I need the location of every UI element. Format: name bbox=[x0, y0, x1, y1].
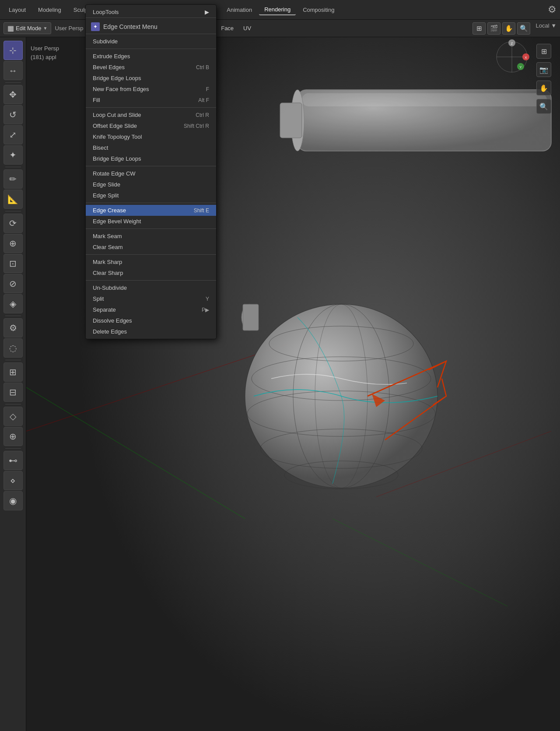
new-face-label: New Face from Edges bbox=[93, 86, 149, 92]
annotate-tool-btn[interactable]: ✏ bbox=[4, 169, 23, 189]
scale-tool-btn[interactable]: ⤢ bbox=[4, 125, 23, 144]
grid-btn[interactable]: ⊞ bbox=[536, 44, 551, 59]
offset-edge-label: Offset Edge Slide bbox=[93, 123, 137, 129]
push-pull-btn[interactable]: ◉ bbox=[4, 491, 23, 510]
mark-sharp-label: Mark Sharp bbox=[93, 259, 122, 265]
left-toolbar: ⊹ ↔ ✥ ↺ ⤢ ✦ ✏ 📐 ⟳ ⊕ ⊡ ⊘ ◈ ⚙ ◌ ⊞ ⊟ ◇ ⊕ ⊷ … bbox=[0, 37, 26, 731]
header-tab-layout[interactable]: Layout bbox=[4, 5, 31, 15]
nav-face[interactable]: Face bbox=[217, 23, 238, 33]
camera-view-btn[interactable]: 📷 bbox=[536, 62, 551, 77]
inset-btn[interactable]: ⊟ bbox=[4, 383, 23, 402]
loop-cut-label: Loop Cut and Slide bbox=[93, 112, 141, 118]
zoom-btn[interactable]: 🔍 bbox=[536, 99, 551, 114]
menu-item-knife-topology[interactable]: Knife Topology Tool bbox=[86, 131, 216, 142]
measure-tool-btn[interactable]: 📐 bbox=[4, 190, 23, 209]
header-tab-rendering[interactable]: Rendering bbox=[259, 4, 296, 15]
grid-view-btn[interactable]: ⊞ bbox=[472, 22, 486, 35]
menu-item-bridge-edge-loops-2[interactable]: Bridge Edge Loops bbox=[86, 153, 216, 164]
menu-item-unsubdivide[interactable]: Un-Subdivide bbox=[86, 282, 216, 293]
search-btn[interactable]: 🔍 bbox=[517, 22, 530, 35]
bevel-btn[interactable]: ◇ bbox=[4, 407, 23, 426]
pan-btn[interactable]: ✋ bbox=[502, 22, 515, 35]
loop-cut-shortcut: Ctrl R bbox=[196, 112, 209, 118]
header-tab-animation[interactable]: Animation bbox=[221, 5, 257, 15]
looptools-menu-item[interactable]: LoopTools ▶ bbox=[86, 7, 216, 18]
menu-item-mark-seam[interactable]: Mark Seam bbox=[86, 231, 216, 242]
viewport: User Persp (181) appl bbox=[0, 0, 560, 731]
viewport-header: ▦ Edit Mode ▼ User Persp (181) appl Add … bbox=[0, 20, 560, 37]
menu-header-icon: ✦ bbox=[91, 22, 100, 31]
menu-item-clear-sharp[interactable]: Clear Sharp bbox=[86, 267, 216, 278]
menu-item-fill[interactable]: Fill Alt F bbox=[86, 95, 216, 105]
viewport-background bbox=[0, 0, 560, 731]
menu-item-edge-crease[interactable]: Edge Crease Shift E bbox=[86, 205, 216, 216]
separate-label: Separate bbox=[93, 306, 116, 313]
menu-item-edge-slide[interactable]: Edge Slide bbox=[86, 179, 216, 190]
new-face-shortcut: F bbox=[206, 86, 209, 92]
dissolve-edges-label: Dissolve Edges bbox=[93, 317, 132, 324]
menu-item-edge-split[interactable]: Edge Split bbox=[86, 190, 216, 201]
menu-item-dissolve-edges[interactable]: Dissolve Edges bbox=[86, 315, 216, 326]
menu-item-loop-cut[interactable]: Loop Cut and Slide Ctrl R bbox=[86, 109, 216, 120]
delete-edges-label: Delete Edges bbox=[93, 328, 127, 335]
nav-gizmo[interactable]: Z X Y bbox=[494, 39, 529, 74]
local-label[interactable]: Local ▼ bbox=[536, 22, 556, 35]
select-tool-btn[interactable]: ↔ bbox=[4, 61, 23, 80]
shrink-btn[interactable]: ⋄ bbox=[4, 471, 23, 490]
rotate-tool-btn[interactable]: ↺ bbox=[4, 105, 23, 124]
hand-tool-btn[interactable]: ✋ bbox=[536, 81, 551, 95]
menu-sep-1 bbox=[86, 49, 216, 49]
looptools-arrow-icon: ▶ bbox=[205, 9, 209, 15]
toolbar-separator-7 bbox=[5, 448, 21, 449]
mode-label: Edit Mode bbox=[16, 25, 42, 32]
offset-edge-btn[interactable]: ⊕ bbox=[4, 234, 23, 253]
spin-btn[interactable]: ⚙ bbox=[4, 318, 23, 337]
menu-item-mark-sharp[interactable]: Mark Sharp bbox=[86, 257, 216, 267]
menu-item-clear-seam[interactable]: Clear Seam bbox=[86, 242, 216, 253]
toolbar-separator-4 bbox=[5, 316, 21, 316]
camera-btn[interactable]: 🎬 bbox=[487, 22, 500, 35]
shear-btn[interactable]: ⊷ bbox=[4, 451, 23, 470]
toolbar-separator-5 bbox=[5, 360, 21, 360]
menu-item-bevel-edges[interactable]: Bevel Edges Ctrl B bbox=[86, 62, 216, 73]
extrude-btn[interactable]: ⊞ bbox=[4, 362, 23, 382]
menu-item-offset-edge[interactable]: Offset Edge Slide Shift Ctrl R bbox=[86, 120, 216, 131]
transform-tool-btn[interactable]: ✦ bbox=[4, 145, 23, 165]
mode-icon: ▦ bbox=[7, 24, 14, 32]
menu-item-bridge-edge-loops-1[interactable]: Bridge Edge Loops bbox=[86, 73, 216, 84]
menu-item-edge-bevel-weight[interactable]: Edge Bevel Weight bbox=[86, 216, 216, 227]
knife-tool-btn[interactable]: ⊡ bbox=[4, 254, 23, 273]
menu-item-bisect[interactable]: Bisect bbox=[86, 142, 216, 153]
subdivide-label: Subdivide bbox=[93, 38, 118, 45]
menu-item-new-face[interactable]: New Face from Edges F bbox=[86, 84, 216, 95]
poly-build-btn[interactable]: ◈ bbox=[4, 294, 23, 313]
menu-item-split[interactable]: Split Y bbox=[86, 293, 216, 304]
toolbar-separator-2 bbox=[5, 167, 21, 167]
offset-edge-shortcut: Shift Ctrl R bbox=[184, 123, 209, 129]
move-tool-btn[interactable]: ✥ bbox=[4, 85, 23, 104]
mode-selector[interactable]: ▦ Edit Mode ▼ bbox=[4, 22, 51, 34]
menu-sep-4 bbox=[86, 203, 216, 203]
bridge-btn[interactable]: ⊕ bbox=[4, 427, 23, 446]
edge-split-label: Edge Split bbox=[93, 192, 119, 199]
cursor-tool-btn[interactable]: ⊹ bbox=[4, 41, 23, 60]
blender-logo-icon: ⚙ bbox=[548, 4, 556, 15]
header-tab-compositing[interactable]: Compositing bbox=[298, 5, 340, 15]
menu-item-separate[interactable]: Separate P▶ bbox=[86, 304, 216, 315]
menu-item-extrude-edges[interactable]: Extrude Edges bbox=[86, 51, 216, 62]
clear-seam-label: Clear Seam bbox=[93, 244, 123, 250]
split-label: Split bbox=[93, 295, 104, 302]
menu-item-rotate-edge-cw[interactable]: Rotate Edge CW bbox=[86, 168, 216, 179]
extrude-edges-label: Extrude Edges bbox=[93, 53, 130, 60]
bridge-edge-loops-2-label: Bridge Edge Loops bbox=[93, 155, 141, 162]
loop-cut-btn[interactable]: ⟳ bbox=[4, 214, 23, 233]
menu-item-subdivide[interactable]: Subdivide bbox=[86, 36, 216, 47]
smooth-btn[interactable]: ◌ bbox=[4, 338, 23, 358]
view-label[interactable]: User Persp bbox=[55, 25, 83, 32]
header-tab-modeling[interactable]: Modeling bbox=[33, 5, 66, 15]
menu-item-delete-edges[interactable]: Delete Edges bbox=[86, 326, 216, 337]
rotate-edge-cw-label: Rotate Edge CW bbox=[93, 170, 136, 177]
nav-uv[interactable]: UV bbox=[239, 23, 256, 33]
bisect-btn[interactable]: ⊘ bbox=[4, 274, 23, 293]
toolbar-separator-1 bbox=[5, 82, 21, 83]
